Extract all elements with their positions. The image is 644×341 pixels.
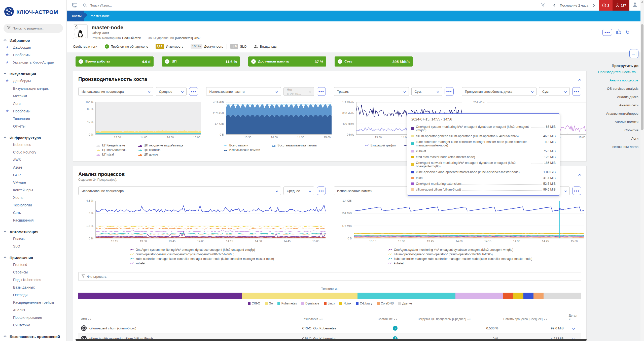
sidebar-item-синтетика[interactable]: Синтетика bbox=[0, 321, 66, 329]
tech-legend-item[interactable]: C-Library bbox=[356, 302, 372, 305]
legend-item[interactable]: ЦП система bbox=[138, 148, 183, 152]
scroll-to-link[interactable]: Анализ контейнеров bbox=[582, 109, 638, 118]
sidebar-item-дашборды[interactable]: ★Дашборды bbox=[0, 44, 66, 51]
sidebar-item-slo[interactable]: SLO bbox=[0, 242, 66, 250]
filter-icon[interactable] bbox=[541, 3, 545, 8]
chart-more-button[interactable]: ●●● bbox=[189, 87, 198, 96]
tech-segment-go[interactable] bbox=[242, 293, 357, 299]
expand-details-icon[interactable] bbox=[572, 327, 575, 330]
status-item[interactable]: Свойства и теги bbox=[73, 45, 97, 48]
chart-more-button[interactable]: ●●● bbox=[317, 87, 326, 96]
legend-item[interactable]: Входящий трафик bbox=[365, 143, 396, 148]
sidebar-item-frontend[interactable]: Frontend bbox=[0, 261, 66, 268]
sidebar-item-сервисы[interactable]: Сервисы bbox=[0, 268, 66, 276]
chart-area-cpu[interactable]: 13:3014:0014:3015:00100 %80 %40 %0 % bbox=[78, 102, 201, 140]
timeframe-prev-icon[interactable] bbox=[553, 4, 556, 7]
health-tile-сеть[interactable]: ✓Сеть395 kbit/s bbox=[335, 56, 413, 67]
sidebar-item-отчёты[interactable]: Отчёты bbox=[0, 122, 66, 130]
sidebar-section-header[interactable]: Визуализация bbox=[0, 71, 66, 77]
tech-segment-c-library[interactable] bbox=[523, 293, 533, 299]
process-filter-input[interactable] bbox=[87, 275, 213, 278]
sort-icon[interactable]: ▲▼ bbox=[87, 318, 91, 321]
sidebar-item-логи[interactable]: Логи bbox=[0, 100, 66, 107]
sidebar-item-расширения[interactable]: Расширения bbox=[0, 216, 66, 224]
timeframe-next-icon[interactable] bbox=[592, 4, 595, 7]
sidebar-item-визуализация-метрик[interactable]: Визуализация метрик bbox=[0, 85, 66, 92]
horizontal-scrollbar-thumb[interactable] bbox=[76, 339, 587, 341]
legend-item[interactable]: Использовано памяти bbox=[224, 148, 260, 152]
chart-area-proc_mem[interactable]: 13:1513:3013:4514:0014:1514:3014:4515:00… bbox=[337, 201, 584, 244]
scroll-to-link[interactable]: Анализ сети bbox=[582, 101, 638, 109]
vertical-scrollbar[interactable] bbox=[640, 0, 644, 341]
vertical-scrollbar-thumb[interactable] bbox=[641, 24, 643, 130]
chart-more-button[interactable]: ●●● bbox=[317, 187, 326, 195]
aggregation-select[interactable]: Сум. bbox=[539, 87, 570, 96]
legend-item[interactable]: ЦП ожидание ввода/вывода bbox=[138, 143, 183, 148]
sidebar-item-метрики[interactable]: Метрики bbox=[0, 92, 66, 100]
sidebar-item-профилирование[interactable]: Профилирование bbox=[0, 314, 66, 321]
scroll-up-arrow-icon[interactable] bbox=[641, 1, 643, 3]
status-item[interactable]: Владельцы bbox=[254, 45, 277, 48]
chart-more-button[interactable]: ●●● bbox=[572, 87, 581, 96]
column-header-3[interactable]: Состояние▲▼ bbox=[375, 312, 415, 323]
legend-item[interactable]: ЦП бездействие bbox=[96, 143, 126, 148]
process-name-cell[interactable]: cilium-agent cilium (cilium-5tcwj) bbox=[78, 323, 300, 333]
status-item[interactable]: 100 %Доступность bbox=[191, 44, 223, 49]
legend-item[interactable]: ЦП пользователь bbox=[96, 148, 126, 152]
legend-item[interactable]: cilium-operator-generic cilium-operator-… bbox=[130, 252, 274, 257]
aggregation-select[interactable]: Среднее bbox=[283, 187, 314, 195]
metric-select[interactable]: Пропускная способность диска bbox=[462, 87, 537, 96]
timeframe-label[interactable]: Последние 2 часа bbox=[560, 4, 588, 7]
app-logo[interactable]: КЛЮЧ-АСТРОМ bbox=[0, 0, 66, 20]
collapse-panel-button[interactable]: →| bbox=[629, 49, 638, 58]
legend-item[interactable]: kubelet bbox=[388, 261, 532, 266]
sidebar-item-базы-данных[interactable]: Базы данных bbox=[0, 284, 66, 291]
column-header-1[interactable]: Имя▲▼ bbox=[78, 312, 300, 323]
legend-item[interactable]: kubelet bbox=[130, 261, 274, 266]
collapse-section-icon[interactable] bbox=[579, 173, 581, 177]
sort-icon[interactable]: ▲▼ bbox=[543, 318, 547, 321]
sidebar-item-контейнеры[interactable]: Контейнеры bbox=[0, 186, 66, 194]
sidebar-item-дашборды[interactable]: ★Дашборды bbox=[0, 77, 66, 85]
column-header-4[interactable]: Загрузка ЦП процессом [Среднее]▲▼ bbox=[415, 312, 501, 323]
sidebar-section-header[interactable]: Приложения bbox=[0, 255, 66, 261]
global-search-input[interactable] bbox=[90, 4, 195, 7]
tech-legend-item[interactable]: Go bbox=[265, 302, 273, 305]
collapse-section-icon[interactable] bbox=[579, 78, 581, 82]
legend-item[interactable]: ЦП steal bbox=[96, 152, 126, 157]
sidebar-section-header[interactable]: Избранное bbox=[0, 37, 66, 44]
tech-segment-dynatrace[interactable] bbox=[455, 293, 503, 299]
sidebar-item-технологии[interactable]: Технологии bbox=[0, 201, 66, 209]
sort-icon[interactable]: ▲▼ bbox=[467, 318, 471, 321]
metric-select[interactable]: Использование процессора bbox=[78, 87, 153, 96]
monitor-icon[interactable] bbox=[72, 3, 77, 8]
sidebar-item-установить-ключ-астром[interactable]: ★Установить Ключ-Астром bbox=[0, 59, 66, 66]
column-header-6[interactable]: Детали bbox=[566, 312, 581, 323]
sidebar-item-gcp[interactable]: GCP bbox=[0, 171, 66, 179]
sidebar-item-vmware[interactable]: VMware bbox=[0, 179, 66, 186]
sidebar-item-распределенные-трейсы[interactable]: Распределенные трейсы bbox=[0, 299, 66, 306]
sidebar-section-header[interactable]: Безопасность приложений bbox=[0, 333, 66, 340]
sidebar-search-input[interactable] bbox=[13, 26, 55, 30]
sidebar-item-kubernetes[interactable]: Kubernetes bbox=[0, 141, 66, 148]
tech-legend-item[interactable]: Linux bbox=[324, 302, 335, 305]
legend-item[interactable]: kube-controller-manager kube-controller-… bbox=[130, 257, 274, 261]
scroll-to-link[interactable]: Производительность хо... bbox=[582, 68, 638, 76]
column-header-2[interactable]: Технология▲▼ bbox=[300, 312, 375, 323]
tech-segment-nginx[interactable] bbox=[513, 293, 523, 299]
aggregation-select[interactable]: Среднее bbox=[156, 87, 187, 96]
sidebar-item-azure[interactable]: Azure bbox=[0, 164, 66, 171]
legend-item[interactable]: OneAgent system monitoring k*s*-oneagent… bbox=[130, 247, 274, 252]
scroll-to-link[interactable]: Логи bbox=[582, 134, 638, 143]
sort-icon[interactable]: ▲▼ bbox=[393, 318, 398, 321]
problems-badge[interactable]: 2 bbox=[599, 0, 613, 11]
tech-legend-item[interactable]: CRI-O bbox=[248, 302, 260, 305]
sort-icon[interactable]: ▲▼ bbox=[319, 318, 323, 321]
health-tile-доступная-память[interactable]: ✓Доступная память37 % bbox=[248, 56, 326, 67]
sidebar-item-хосты[interactable]: Хосты bbox=[0, 194, 66, 201]
tech-legend-item[interactable]: Kubernetes bbox=[277, 302, 297, 305]
status-item[interactable]: 1Уязвимость bbox=[156, 44, 184, 49]
tech-legend-item[interactable]: CoreDNS bbox=[377, 302, 394, 305]
chart-area-proc_cpu[interactable]: 13:1513:3013:4514:0014:1514:3014:4515:00… bbox=[78, 201, 326, 244]
sidebar-item-cloud-foundry[interactable]: Cloud Foundry bbox=[0, 148, 66, 156]
